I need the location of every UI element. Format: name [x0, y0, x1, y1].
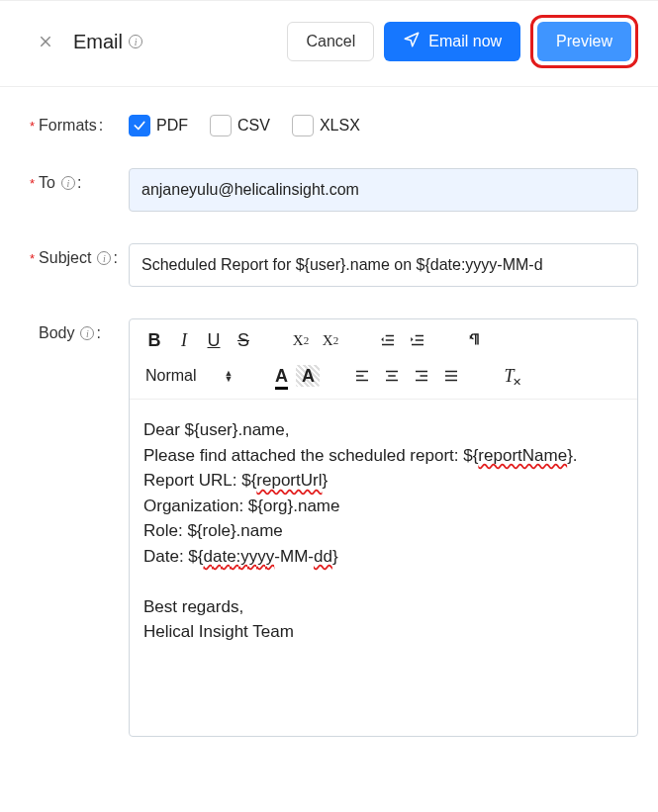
format-pdf-checkbox[interactable]: PDF [129, 115, 188, 136]
dialog-header: Email i Cancel Email now Preview [0, 1, 658, 87]
to-label: *To i : [30, 168, 129, 192]
align-justify-button[interactable] [436, 361, 466, 391]
body-line: Helical Insight Team [143, 619, 623, 645]
close-icon[interactable] [36, 32, 55, 51]
outdent-button[interactable] [373, 325, 403, 355]
formats-label: *Formats: [30, 111, 129, 135]
format-csv-checkbox[interactable]: CSV [210, 115, 270, 136]
text-direction-button[interactable] [460, 325, 490, 355]
cancel-button[interactable]: Cancel [287, 22, 374, 61]
formats-row: *Formats: PDF CSV XLSX [30, 111, 638, 136]
body-line: Please find attached the scheduled repor… [143, 443, 623, 469]
editor-textarea[interactable]: Dear ${user}.name, Please find attached … [130, 400, 637, 736]
chevron-updown-icon: ▲▼ [225, 370, 234, 382]
subject-row: *Subject i : [30, 243, 638, 287]
info-icon[interactable]: i [61, 176, 75, 190]
to-row: *To i : [30, 168, 638, 212]
body-line: Role: ${role}.name [143, 518, 623, 544]
subject-label: *Subject i : [30, 243, 129, 267]
email-form: *Formats: PDF CSV XLSX *To i : [0, 87, 658, 761]
header-actions: Cancel Email now Preview [287, 15, 638, 68]
align-right-button[interactable] [407, 361, 436, 391]
body-line: Dear ${user}.name, [143, 417, 623, 443]
body-line: Best regards, [143, 594, 623, 620]
body-label: Body i : [30, 318, 129, 342]
indent-button[interactable] [403, 325, 432, 355]
format-xlsx-checkbox[interactable]: XLSX [292, 115, 360, 136]
strike-button[interactable]: S [229, 325, 258, 355]
clear-format-button[interactable]: T✕ [494, 361, 523, 391]
bold-button[interactable]: B [140, 325, 169, 355]
body-row: Body i : B I U S X2 X2 [30, 318, 638, 737]
body-line: Organization: ${org}.name [143, 494, 623, 519]
font-color-button[interactable]: A [266, 361, 296, 391]
highlight-color-button[interactable]: A [296, 365, 320, 387]
email-now-button[interactable]: Email now [384, 22, 520, 61]
info-icon[interactable]: i [80, 326, 94, 340]
editor-toolbar: B I U S X2 X2 [130, 319, 637, 400]
formats-options: PDF CSV XLSX [129, 111, 638, 136]
align-center-button[interactable] [377, 361, 407, 391]
italic-button[interactable]: I [169, 325, 199, 355]
body-line: Date: ${date:yyyy-MM-dd} [143, 544, 623, 570]
subscript-button[interactable]: X2 [286, 325, 316, 355]
preview-highlight: Preview [530, 15, 638, 68]
body-line [143, 569, 623, 594]
rich-text-editor: B I U S X2 X2 [129, 318, 638, 737]
subject-input[interactable] [129, 243, 638, 287]
page-title: Email i [73, 31, 287, 53]
send-icon [403, 31, 421, 52]
preview-button[interactable]: Preview [537, 22, 631, 61]
heading-select[interactable]: Normal ▲▼ [140, 367, 238, 385]
to-input[interactable] [129, 168, 638, 212]
align-left-button[interactable] [347, 361, 377, 391]
body-line: Report URL: ${reportUrl} [143, 468, 623, 494]
info-icon[interactable]: i [97, 251, 111, 265]
info-icon[interactable]: i [129, 35, 142, 48]
underline-button[interactable]: U [199, 325, 229, 355]
superscript-button[interactable]: X2 [316, 325, 345, 355]
